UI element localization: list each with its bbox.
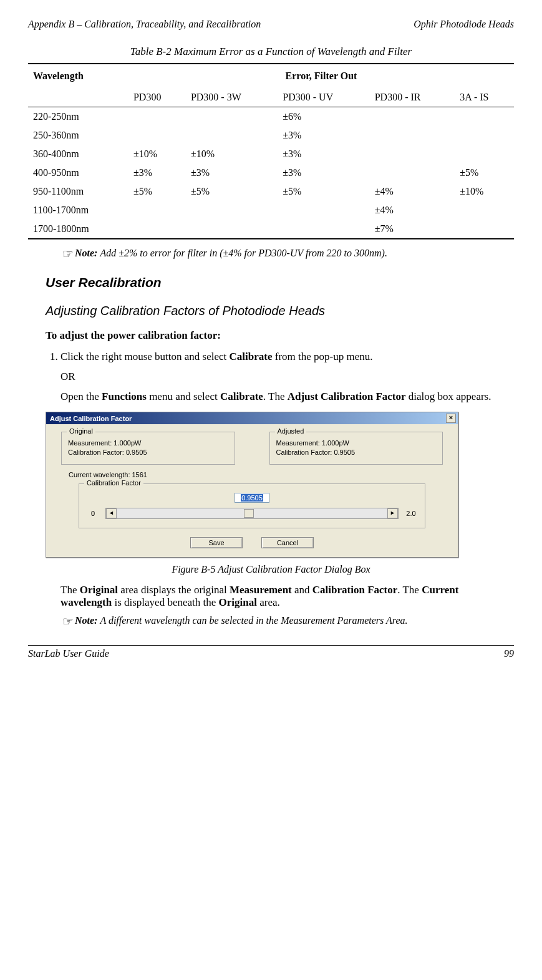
original-measurement: Measurement: 1.000pW <box>68 439 228 447</box>
table-row: 400-950nm ±3% ±3% ±3% ±5% <box>28 163 514 182</box>
step-or: OR <box>60 371 514 383</box>
col-error-span: Error, Filter Out <box>128 64 514 88</box>
table-title: Table B-2 Maximum Error as a Function of… <box>28 46 514 58</box>
note-label: Note: <box>75 248 97 260</box>
table-row: 950-1100nm ±5% ±5% ±5% ±4% ±10% <box>28 182 514 201</box>
current-wavelength: Current wavelength: 1561 <box>69 471 443 478</box>
note-wavelength: ☞ Note: A different wavelength can be se… <box>62 615 514 628</box>
table-row: 220-250nm ±6% <box>28 107 514 127</box>
col-wavelength: Wavelength <box>28 64 128 88</box>
section-heading: User Recalibration <box>46 275 514 290</box>
note-filter: ☞ Note: Add ±2% to error for filter in (… <box>62 248 514 260</box>
dialog-body: Original Measurement: 1.000pW Calibratio… <box>46 424 458 557</box>
adjusted-measurement: Measurement: 1.000pW <box>276 439 437 447</box>
slider-thumb[interactable] <box>244 509 254 518</box>
procedure-title: To adjust the power calibration factor: <box>46 329 514 342</box>
footer-left: StarLab User Guide <box>28 648 109 659</box>
note-icon: ☞ <box>62 248 74 260</box>
dialog-titlebar: Adjust Calibration Factor × <box>46 412 458 424</box>
original-group: Original Measurement: 1.000pW Calibratio… <box>61 432 235 465</box>
step-1: Click the right mouse button and select … <box>60 351 514 363</box>
save-button[interactable]: Save <box>190 537 243 548</box>
adjusted-legend: Adjusted <box>275 427 307 435</box>
slider-track[interactable] <box>117 509 387 518</box>
dialog-screenshot: Adjust Calibration Factor × Original Mea… <box>46 412 458 558</box>
paragraph-original-area: The Original area displays the original … <box>60 584 514 609</box>
col-3a-is: 3A - IS <box>455 88 514 107</box>
calibration-factor-legend: Calibration Factor <box>84 479 143 487</box>
slider-min: 0 <box>85 510 100 517</box>
step-open-functions: Open the Functions menu and select Calib… <box>60 391 514 403</box>
cancel-button[interactable]: Cancel <box>261 537 314 548</box>
page-footer: StarLab User Guide 99 <box>28 645 514 659</box>
col-pd300-uv: PD300 - UV <box>278 88 369 107</box>
calibration-value-input[interactable]: 0.9505 <box>235 493 269 503</box>
col-pd300-3w: PD300 - 3W <box>186 88 278 107</box>
original-legend: Original <box>67 427 95 435</box>
adjusted-calibration: Calibration Factor: 0.9505 <box>276 449 437 456</box>
table-row: 1700-1800nm ±7% <box>28 220 514 240</box>
arrow-left-icon[interactable]: ◄ <box>106 508 117 518</box>
table-row: 250-360nm ±3% <box>28 126 514 145</box>
steps-list: Click the right mouse button and select … <box>46 351 514 363</box>
error-table: Wavelength Error, Filter Out PD300 PD300… <box>28 63 514 240</box>
header-left: Appendix B – Calibration, Traceability, … <box>28 19 261 30</box>
footer-page-number: 99 <box>504 648 514 659</box>
header-right: Ophir Photodiode Heads <box>414 19 514 30</box>
table-row: 360-400nm ±10% ±10% ±3% <box>28 145 514 163</box>
original-calibration: Calibration Factor: 0.9505 <box>68 449 228 456</box>
close-icon[interactable]: × <box>446 414 456 423</box>
dialog-title: Adjust Calibration Factor <box>50 415 132 422</box>
arrow-right-icon[interactable]: ► <box>387 508 398 518</box>
adjusted-group: Adjusted Measurement: 1.000pW Calibratio… <box>269 432 443 465</box>
note-text: A different wavelength can be selected i… <box>100 615 514 628</box>
note-label: Note: <box>75 615 97 628</box>
note-icon: ☞ <box>62 615 74 628</box>
col-pd300: PD300 <box>128 88 186 107</box>
subsection-heading: Adjusting Calibration Factors of Photodi… <box>46 304 514 318</box>
slider-max: 2.0 <box>404 510 419 517</box>
calibration-slider[interactable]: ◄ ► <box>105 508 399 519</box>
page: Appendix B – Calibration, Traceability, … <box>0 0 542 672</box>
figure-caption: Figure B-5 Adjust Calibration Factor Dia… <box>28 564 514 575</box>
table-row: 1100-1700nm ±4% <box>28 201 514 220</box>
col-pd300-ir: PD300 - IR <box>370 88 455 107</box>
calibration-factor-group: Calibration Factor 0.9505 0 ◄ ► 2.0 <box>79 483 425 528</box>
page-header: Appendix B – Calibration, Traceability, … <box>28 19 514 30</box>
note-text: Add ±2% to error for filter in (±4% for … <box>100 248 514 260</box>
